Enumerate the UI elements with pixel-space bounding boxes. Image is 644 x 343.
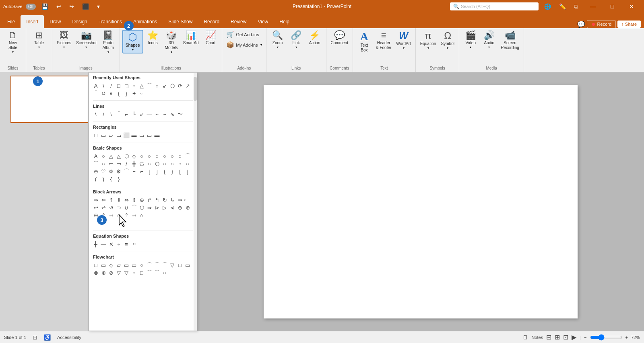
audio-button[interactable]: 🔊 Audio ▾ — [480, 30, 498, 50]
normal-view-button[interactable]: ⊟ — [546, 333, 551, 341]
shape-item[interactable]: ⊘ — [107, 269, 115, 276]
icons-button[interactable]: ⭐ Icons — [144, 30, 162, 47]
shapes-panel-scrollbar[interactable] — [194, 73, 197, 331]
tab-design[interactable]: Design — [66, 15, 93, 28]
shape-item[interactable]: \ — [100, 82, 107, 89]
shape-item[interactable]: ⌢ — [161, 111, 168, 118]
shape-item[interactable]: ↙ — [161, 82, 168, 89]
shape-item[interactable]: \ — [92, 111, 99, 118]
table-button[interactable]: ⊞ Table ▾ — [29, 30, 50, 50]
textbox-button[interactable]: A TextBox — [355, 30, 373, 54]
shape-item[interactable]: ▭ — [184, 261, 191, 269]
minimize-button[interactable]: — — [584, 0, 602, 13]
shape-item[interactable]: } — [123, 90, 130, 97]
shape-item[interactable]: ○ — [176, 160, 184, 167]
shape-item[interactable]: ~ — [153, 111, 161, 118]
chart-button[interactable]: 📈 Chart — [202, 30, 219, 47]
wordart-button[interactable]: W WordArt ▾ — [394, 30, 413, 51]
shape-item[interactable]: ○ — [100, 160, 107, 167]
shape-item[interactable]: ▭ — [107, 160, 115, 167]
tab-review[interactable]: Review — [225, 15, 252, 28]
shape-item[interactable]: ↳ — [169, 196, 176, 203]
shape-item[interactable]: ↺ — [100, 90, 107, 97]
shape-item[interactable]: ⬡ — [169, 82, 176, 89]
tab-slideshow[interactable]: Slide Show — [163, 15, 198, 28]
shape-item[interactable]: ⌒ — [92, 160, 99, 167]
screenshot-button[interactable]: 📷 Screenshot ▾ — [74, 30, 99, 50]
shape-item[interactable]: ⟵ — [184, 196, 191, 203]
zoom-in-button[interactable]: + — [625, 335, 628, 340]
shape-item[interactable]: ○ — [169, 160, 176, 167]
shape-item[interactable]: \ — [107, 111, 115, 118]
shape-item[interactable]: ▭ — [138, 131, 145, 139]
shape-item[interactable]: ↩ — [92, 204, 99, 211]
shape-item[interactable]: ○ — [153, 152, 161, 160]
undo-button[interactable]: ↩ — [54, 2, 64, 10]
search-box[interactable]: 🔍 Search (Alt+Q) — [450, 2, 539, 10]
shape-item[interactable]: ⇒ — [176, 196, 184, 203]
shape-item[interactable]: } — [169, 168, 176, 175]
shape-item[interactable]: A — [92, 82, 99, 89]
share-button[interactable]: ↑ Share — [617, 21, 641, 28]
shape-item[interactable]: ÷ — [115, 240, 122, 248]
shape-item[interactable]: ⌒ — [153, 261, 161, 269]
shape-item[interactable]: ∧ — [107, 90, 115, 97]
save-button[interactable]: 💾 — [39, 2, 51, 10]
shape-item[interactable]: □ — [92, 261, 99, 269]
shape-item[interactable]: ⇒ — [146, 204, 153, 211]
tab-view[interactable]: View — [252, 15, 274, 28]
shape-item[interactable]: / — [123, 160, 130, 167]
shape-item[interactable]: ↻ — [161, 196, 168, 203]
shape-item[interactable]: ⬠ — [138, 160, 145, 167]
shape-item[interactable]: □ — [92, 131, 99, 139]
shape-item[interactable]: ⌢ — [130, 168, 138, 175]
shape-item[interactable]: ⌒ — [146, 82, 153, 89]
shape-item[interactable]: ▽ — [169, 261, 176, 269]
shape-item[interactable]: ⇐ — [100, 196, 107, 203]
shape-item[interactable]: ⇓ — [115, 196, 122, 203]
slide-thumbnail[interactable] — [10, 76, 89, 123]
present-button[interactable]: ⬛ — [80, 2, 91, 10]
shape-item[interactable]: [ — [146, 168, 153, 175]
equation-button[interactable]: π Equation ▾ — [418, 30, 438, 51]
tab-transitions[interactable]: Transitions — [93, 15, 128, 28]
shape-item[interactable]: ○ — [138, 152, 145, 160]
pen-button[interactable]: ✏️ — [557, 2, 568, 10]
shape-item[interactable]: ▬ — [130, 131, 138, 139]
shape-item[interactable]: ▽ — [123, 269, 130, 276]
symbol-button[interactable]: Ω Symbol ▾ — [439, 30, 456, 51]
layout-button[interactable]: ⧉ — [572, 2, 580, 11]
shape-item[interactable]: ⬡ — [138, 204, 145, 211]
shape-item[interactable]: ⇕ — [130, 196, 138, 203]
shape-item[interactable]: ○ — [161, 269, 168, 276]
autosave-toggle[interactable]: Off — [26, 4, 36, 10]
shape-item[interactable]: ⊕ — [176, 204, 184, 211]
shape-item[interactable]: △ — [115, 152, 122, 160]
shape-item[interactable]: △ — [138, 82, 145, 89]
shape-item[interactable]: ▷ — [161, 204, 168, 211]
shape-item[interactable]: ○ — [184, 160, 191, 167]
zoom-slider[interactable] — [590, 334, 622, 341]
shape-item[interactable]: □ — [138, 269, 145, 276]
shape-item[interactable]: ▭ — [146, 131, 153, 139]
tab-draw[interactable]: Draw — [44, 15, 66, 28]
globe-button[interactable]: 🌐 — [542, 2, 553, 10]
shape-item[interactable]: / — [100, 111, 107, 118]
smartart-button[interactable]: 📊 SmartArt — [181, 30, 201, 47]
shape-item[interactable]: ] — [184, 168, 191, 175]
shape-item[interactable]: ⬡ — [123, 152, 130, 160]
shape-item[interactable]: ○ — [130, 82, 138, 89]
shape-item[interactable]: ▭ — [123, 261, 130, 269]
video-button[interactable]: 🎬 Video ▾ — [462, 30, 479, 50]
zoom-button[interactable]: 🔍 Zoom ▾ — [269, 30, 287, 50]
shape-item[interactable]: { — [161, 168, 168, 175]
tab-file[interactable]: File — [2, 15, 21, 28]
shape-item[interactable]: ⊲ — [169, 204, 176, 211]
shape-item[interactable]: ⌒ — [130, 204, 138, 211]
shape-item[interactable]: ⊃ — [115, 204, 122, 211]
shape-item[interactable]: ○ — [161, 152, 168, 160]
shape-item[interactable]: ○ — [138, 261, 145, 269]
presenter-view-button[interactable]: ▶ — [572, 333, 576, 341]
shape-item[interactable]: ○ — [146, 160, 153, 167]
shape-item[interactable]: ) — [100, 175, 107, 183]
